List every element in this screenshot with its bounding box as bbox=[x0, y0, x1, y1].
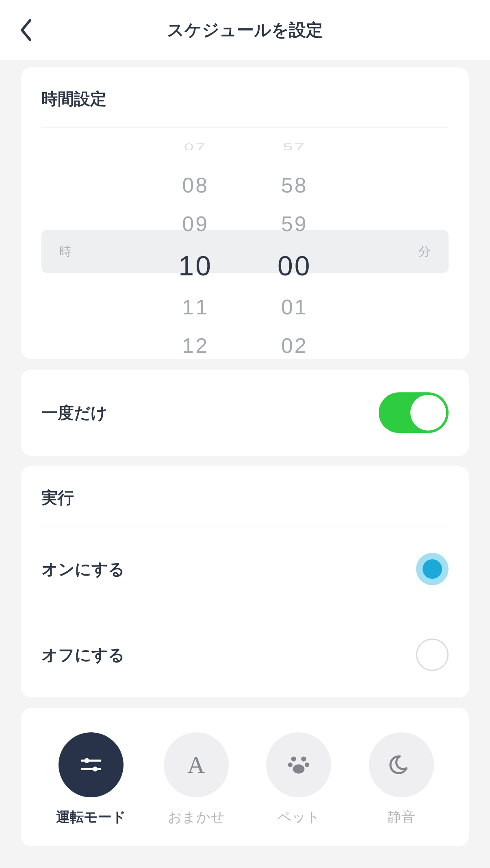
mode-label: 運転モード bbox=[56, 808, 126, 827]
minute-selected: 00 bbox=[278, 243, 312, 288]
mode-label: おまかせ bbox=[168, 808, 225, 827]
svg-point-7 bbox=[305, 762, 309, 767]
hour-option: 08 bbox=[182, 166, 209, 205]
mode-card: 運転モード A おまかせ ペット bbox=[21, 708, 469, 846]
mode-row: 運転モード A おまかせ ペット bbox=[37, 732, 453, 827]
mode-auto[interactable]: A おまかせ bbox=[164, 732, 229, 827]
moon-icon bbox=[369, 732, 434, 797]
mode-driving[interactable]: 運転モード bbox=[56, 732, 126, 827]
minute-column[interactable]: 57 58 59 00 01 02 03 bbox=[278, 128, 312, 359]
turn-off-label: オフにする bbox=[41, 644, 125, 666]
letter-a-icon: A bbox=[164, 732, 229, 797]
minute-option: 59 bbox=[281, 205, 308, 243]
svg-point-4 bbox=[291, 756, 296, 761]
hour-option: 11 bbox=[182, 288, 209, 327]
turn-on-label: オンにする bbox=[41, 558, 125, 580]
hour-option: 07 bbox=[184, 136, 207, 157]
mode-label: ペット bbox=[278, 808, 320, 827]
toggle-knob bbox=[410, 395, 446, 431]
once-only-row: 一度だけ bbox=[41, 370, 449, 456]
turn-on-row[interactable]: オンにする bbox=[41, 526, 449, 612]
svg-point-3 bbox=[93, 766, 98, 771]
execution-title: 実行 bbox=[41, 466, 449, 526]
paw-icon bbox=[266, 732, 331, 797]
turn-on-radio[interactable] bbox=[416, 553, 449, 585]
svg-point-6 bbox=[288, 762, 293, 767]
hour-selected: 10 bbox=[178, 243, 212, 288]
radio-dot bbox=[423, 559, 442, 579]
once-only-toggle[interactable] bbox=[379, 392, 449, 433]
minute-option: 57 bbox=[283, 136, 306, 157]
once-only-label: 一度だけ bbox=[41, 402, 107, 424]
svg-point-1 bbox=[85, 758, 89, 763]
once-only-card: 一度だけ bbox=[21, 370, 469, 456]
mode-label: 静音 bbox=[388, 808, 415, 827]
hour-option: 12 bbox=[182, 327, 209, 359]
minute-option: 02 bbox=[281, 327, 308, 359]
time-picker[interactable]: 時 分 07 08 09 10 11 12 13 57 58 59 00 01 bbox=[41, 128, 449, 359]
hour-option: 09 bbox=[182, 205, 209, 243]
turn-off-radio[interactable] bbox=[416, 639, 449, 671]
svg-point-5 bbox=[301, 756, 306, 761]
minute-option: 01 bbox=[281, 288, 308, 327]
sliders-icon bbox=[59, 732, 124, 797]
time-setting-title: 時間設定 bbox=[41, 67, 449, 127]
content: 時間設定 時 分 07 08 09 10 11 12 13 57 58 bbox=[0, 60, 490, 846]
back-icon[interactable] bbox=[18, 18, 33, 42]
minute-option: 58 bbox=[281, 166, 308, 205]
time-setting-card: 時間設定 時 分 07 08 09 10 11 12 13 57 58 bbox=[21, 67, 469, 359]
hour-column[interactable]: 07 08 09 10 11 12 13 bbox=[178, 128, 212, 359]
turn-off-row[interactable]: オフにする bbox=[41, 612, 449, 697]
mode-quiet[interactable]: 静音 bbox=[369, 732, 434, 827]
page-title: スケジュールを設定 bbox=[15, 19, 475, 41]
execution-card: 実行 オンにする オフにする bbox=[21, 466, 469, 697]
mode-pet[interactable]: ペット bbox=[266, 732, 331, 827]
header: スケジュールを設定 bbox=[0, 0, 490, 60]
svg-point-8 bbox=[293, 764, 305, 774]
